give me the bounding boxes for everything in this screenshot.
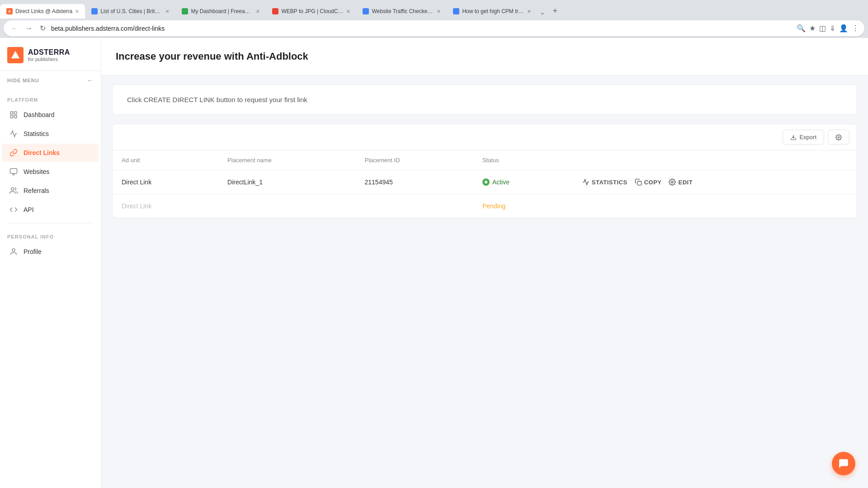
tab-favicon-5 [363,8,369,14]
col-header-ad-unit: Ad unit [113,150,218,170]
svg-marker-0 [11,51,19,58]
cell-status-1: Active [473,170,573,194]
tab-close-2[interactable]: × [165,8,169,15]
svg-rect-5 [10,169,17,174]
export-icon [790,134,797,141]
create-link-notice: Click CREATE DIRECT LINK button to reque… [112,84,857,115]
sidebar-divider [7,223,94,223]
browser-tab-6[interactable]: How to get high CPM traf... × [447,4,537,19]
download-icon[interactable]: ⇓ [830,24,835,33]
sidebar-item-label-dashboard: Dashboard [24,111,55,118]
col-header-placement-id: Placement ID [356,150,473,170]
cell-placement-id-1: 21154945 [356,170,473,194]
tab-title-3: My Dashboard | Freeads C... [191,8,253,14]
tab-bar: A Direct Links @ Adsterra × List of U.S.… [0,0,868,19]
direct-links-icon [9,148,18,157]
statistics-action-button[interactable]: STATISTICS [582,178,627,186]
svg-rect-12 [637,181,642,185]
dashboard-icon [9,110,18,119]
cell-placement-name-1: DirectLink_1 [218,170,355,194]
svg-point-9 [12,249,15,251]
svg-point-13 [671,181,673,183]
sidebar-item-label-direct-links: Direct Links [24,149,60,156]
sidebar-item-dashboard[interactable]: Dashboard [2,106,99,124]
sidebar-item-referrals[interactable]: Referrals [2,182,99,200]
websites-icon [9,167,18,176]
back-button[interactable]: ← [9,23,20,33]
sidebar-item-label-api: API [24,206,34,213]
statistics-action-icon [582,178,590,186]
browser-tab-2[interactable]: List of U.S. Cities | Britann... × [85,4,175,19]
copy-action-button[interactable]: COPY [635,178,662,186]
another-toolbar-btn[interactable] [828,130,849,145]
settings-icon [835,134,842,141]
hide-menu-button[interactable]: HIDE MENU ← [0,71,101,90]
sidebar-item-profile[interactable]: Profile [2,243,99,261]
sidebar: ADSTERRA for publishers HIDE MENU ← PLAT… [0,38,101,488]
cell-status-2: Pending [473,194,573,218]
tab-close-6[interactable]: × [527,8,531,15]
tab-close-4[interactable]: × [346,8,350,15]
create-notice-text: Click CREATE DIRECT LINK button to reque… [127,96,307,103]
col-header-status: Status [473,150,573,170]
tab-title-1: Direct Links @ Adsterra [15,8,72,14]
cell-placement-id-2 [356,194,473,218]
hide-menu-arrow-icon: ← [86,76,94,84]
api-icon [9,205,18,214]
browser-tab-5[interactable]: Website Traffic Checker: E... × [356,4,447,19]
address-input[interactable] [51,25,793,32]
tab-favicon-2 [91,8,98,14]
tab-favicon-3 [182,8,188,14]
browser-tab-3[interactable]: My Dashboard | Freeads C... × [175,4,266,19]
address-bar-icons: 🔍 ★ ◫ ⇓ 👤 ⋮ [797,24,859,33]
svg-point-11 [838,136,840,138]
new-tab-button[interactable]: + [548,4,562,19]
data-table: Ad unit Placement name Placement ID Stat… [113,150,857,218]
main-content: Increase your revenue with Anti-Adblock … [101,38,868,488]
tab-favicon-6 [453,8,459,14]
browser-tab-1[interactable]: A Direct Links @ Adsterra × [0,4,85,19]
tab-more-button[interactable]: ⌄ [537,6,548,19]
browser-chrome: A Direct Links @ Adsterra × List of U.S.… [0,0,868,38]
statistics-icon [9,129,18,138]
export-button[interactable]: Export [783,130,824,145]
sidebar-item-statistics[interactable]: Statistics [2,125,99,143]
anti-adblock-banner: Increase your revenue with Anti-Adblock [101,38,868,75]
svg-rect-4 [14,116,17,118]
chat-icon [838,458,849,469]
edit-action-icon [669,178,676,186]
sidebar-item-label-referrals: Referrals [24,187,49,194]
referrals-icon [9,186,18,195]
reload-button[interactable]: ↻ [38,23,47,33]
copy-action-icon [635,178,642,186]
sidebar-item-direct-links[interactable]: Direct Links [2,144,99,162]
edit-action-button[interactable]: EDIT [669,178,693,186]
browser-tab-4[interactable]: WEBP to JPG | CloudConv... × [266,4,356,19]
bookmark-star-icon[interactable]: ★ [809,24,816,33]
extensions-icon[interactable]: ◫ [819,24,826,33]
menu-icon[interactable]: ⋮ [852,24,859,33]
svg-rect-3 [10,116,13,118]
tab-close-3[interactable]: × [256,8,259,15]
table-toolbar: Export [113,124,857,150]
cell-ad-unit-1: Direct Link [113,170,218,194]
app-layout: ADSTERRA for publishers HIDE MENU ← PLAT… [0,38,868,488]
status-active-label: Active [492,178,509,186]
tab-close-1[interactable]: × [75,8,79,15]
col-header-placement-name: Placement name [218,150,355,170]
table-row: Direct Link DirectLink_1 21154945 Active [113,170,857,194]
search-icon[interactable]: 🔍 [797,24,806,33]
profile-icon [9,247,18,256]
forward-button[interactable]: → [24,23,34,33]
profile-avatar-icon[interactable]: 👤 [839,24,848,33]
svg-rect-1 [10,112,13,114]
col-header-actions [573,150,857,170]
logo-text: ADSTERRA for publishers [28,48,70,62]
cell-placement-name-2 [218,194,355,218]
sidebar-item-websites[interactable]: Websites [2,163,99,181]
tab-close-5[interactable]: × [437,8,440,15]
chat-support-button[interactable] [832,452,855,475]
svg-point-8 [11,188,14,190]
tab-title-5: Website Traffic Checker: E... [372,8,434,14]
sidebar-item-api[interactable]: API [2,201,99,219]
